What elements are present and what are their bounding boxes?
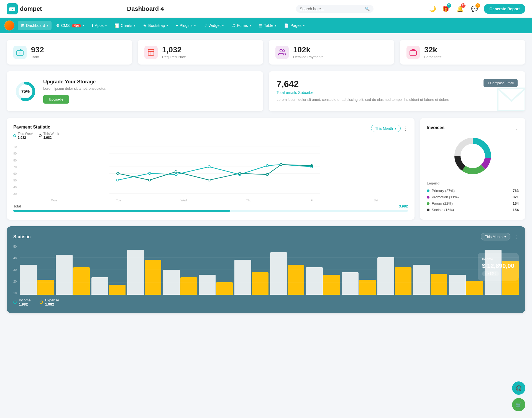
bar-yellow — [288, 265, 305, 295]
nav-item-bootstrap[interactable]: ★ Bootstrap ▾ — [140, 21, 171, 30]
legend-label-promotion: Promotion (11%) — [432, 195, 513, 199]
nav-item-cms[interactable]: ⚙ CMS New ▾ — [53, 21, 88, 30]
nav-item-forms[interactable]: 🖨 Forms ▾ — [228, 21, 254, 30]
force-tariff-number: 32k — [424, 45, 441, 54]
invoices-more-button[interactable]: ⋮ — [514, 125, 519, 131]
required-price-number: 1,032 — [162, 45, 186, 54]
invoices-donut-wrap — [427, 135, 519, 177]
month-btn-label: This Month — [375, 126, 393, 130]
dark-mode-toggle[interactable]: 🌙 — [429, 6, 436, 12]
nav-label-plugins: Plugins — [180, 23, 193, 28]
chevron-down-icon-forms: ▾ — [250, 24, 251, 27]
svg-point-29 — [280, 163, 282, 166]
bar-group — [306, 245, 340, 295]
nav-item-widget[interactable]: ♡ Widget ▾ — [200, 21, 227, 30]
legend-primary: Primary (27%) 763 — [427, 188, 519, 194]
nav-bar: ⊞ Dashboard ▾ ⚙ CMS New ▾ ℹ Apps ▾ 📊 Cha… — [0, 18, 532, 33]
bar-white — [270, 252, 287, 295]
bar-group — [199, 245, 233, 295]
legend-1-text: This Week 1.982 — [18, 132, 33, 140]
svg-point-30 — [311, 165, 313, 167]
nav-label-apps: Apps — [95, 23, 104, 28]
y-70: 70 — [13, 165, 18, 169]
income-dot — [13, 301, 17, 304]
nav-item-dashboard[interactable]: ⊞ Dashboard ▾ — [18, 21, 52, 30]
this-month-button[interactable]: This Month ▾ — [371, 125, 401, 132]
payment-left: Payment Statistic This Week 1.982 — [13, 125, 59, 140]
payment-line-chart: 100 90 80 70 60 50 40 30 — [13, 144, 408, 202]
svg-point-28 — [266, 173, 268, 176]
storage-donut: 75% — [14, 80, 37, 102]
search-icon[interactable]: 🔍 — [365, 7, 370, 11]
logo[interactable]: dompet — [7, 3, 42, 14]
bar-yellow — [145, 260, 162, 295]
chat-badge: 5 — [475, 3, 480, 8]
page-title: Dashboard 4 — [127, 5, 164, 12]
bar-group — [56, 245, 90, 295]
nav-label-pages: Pages — [290, 23, 301, 28]
invoices-header: Invoices ⋮ — [427, 125, 519, 131]
required-price-icon — [144, 46, 158, 59]
legend-dot-teal — [13, 134, 16, 137]
search-input[interactable] — [300, 7, 365, 11]
y-90: 90 — [13, 152, 18, 155]
nav-item-charts[interactable]: 📊 Charts ▾ — [111, 21, 139, 30]
force-tariff-icon — [406, 46, 420, 59]
nav-item-apps[interactable]: ℹ Apps ▾ — [88, 21, 110, 30]
chat-btn[interactable]: 💬 5 — [469, 4, 479, 14]
logo-icon — [7, 3, 18, 14]
bar-yellow — [359, 280, 376, 295]
statistic-month-button[interactable]: This Month ▾ — [481, 233, 510, 240]
email-count-wrap: 7,642 Total emails Subcriber. — [277, 79, 316, 95]
bar-white — [342, 272, 359, 295]
bar-yellow — [395, 267, 412, 295]
bar-group — [342, 245, 376, 295]
svg-point-24 — [149, 179, 151, 181]
legend-1-val: 1.982 — [18, 136, 33, 140]
legend-forum: Forum (22%) 154 — [427, 200, 519, 207]
nav-label-charts: Charts — [121, 23, 132, 28]
invoices-title: Invoices — [427, 125, 444, 130]
legend-promotion: Promotion (11%) 321 — [427, 194, 519, 200]
search-wrap[interactable]: 🔍 — [296, 5, 374, 13]
bell-badge: 12 — [461, 3, 466, 8]
nav-item-plugins[interactable]: ♥ Plugins ▾ — [172, 21, 199, 30]
generate-report-button[interactable]: Generate Report — [484, 4, 525, 14]
stat-card-tariff: 932 Tariff — [7, 40, 132, 65]
bell-btn[interactable]: 🔔 12 — [455, 4, 465, 14]
x-label-mon: Mon — [51, 199, 57, 202]
nav-item-pages[interactable]: 📄 Pages ▾ — [281, 21, 308, 30]
legend-dot-dark — [39, 134, 42, 137]
statistic-month-label: This Month — [485, 235, 503, 239]
bar-yellow — [109, 285, 126, 295]
upgrade-button[interactable]: Upgrade — [43, 95, 69, 104]
total-row: Total 3.982 — [13, 204, 408, 208]
tariff-number: 932 — [31, 45, 44, 54]
income-expense-row: Income 1.982 Expense 1.982 — [13, 298, 519, 306]
y-80: 80 — [13, 159, 18, 162]
header-actions: 🌙 🎁 2 🔔 12 💬 5 Generate Report — [429, 4, 525, 14]
legend-2-label: This Week — [43, 132, 59, 136]
bar-white — [163, 270, 180, 295]
legend-color-socials — [427, 209, 429, 211]
bar-white — [234, 260, 251, 295]
legend-title: Legend — [427, 181, 519, 185]
email-count: 7,642 — [277, 79, 316, 89]
x-label-sat: Sat — [374, 199, 378, 202]
legend-count-primary: 763 — [513, 189, 519, 193]
gift-btn[interactable]: 🎁 2 — [441, 4, 451, 14]
cms-badge: New — [72, 24, 81, 27]
bar-yellow — [466, 281, 483, 295]
bar-yellow — [252, 272, 269, 295]
more-options-button[interactable]: ⋮ — [403, 125, 408, 132]
payment-statistic-card: Payment Statistic This Week 1.982 — [7, 118, 415, 220]
y-40: 40 — [13, 257, 17, 260]
nav-item-table[interactable]: ▤ Table ▾ — [255, 21, 280, 30]
month-selector: This Month ▾ ⋮ — [371, 125, 408, 132]
statistic-more-button[interactable]: ⋮ — [514, 234, 519, 240]
statistic-header: Statistic This Month ▾ ⋮ — [13, 233, 519, 240]
legend-label-socials: Socials (15%) — [432, 208, 513, 212]
svg-point-23 — [117, 172, 119, 175]
income-label: Income — [19, 298, 31, 302]
svg-point-27 — [239, 172, 241, 175]
